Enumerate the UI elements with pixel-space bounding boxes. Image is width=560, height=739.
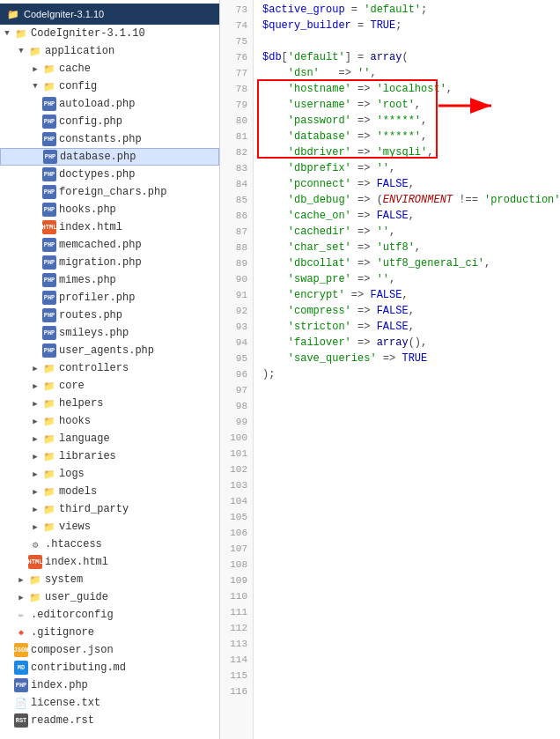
sidebar-item-application[interactable]: application: [0, 42, 219, 60]
sidebar-item-label: logs: [59, 468, 85, 480]
sidebar-item-label: config.php: [59, 115, 122, 128]
sidebar-item-libraries[interactable]: libraries: [0, 447, 219, 465]
line-num: 86: [220, 208, 247, 224]
arrow-icon: [28, 484, 42, 499]
sidebar-item-label: hooks.php: [59, 203, 116, 216]
sidebar-item-hooks-php[interactable]: PHP hooks.php: [0, 201, 219, 218]
sidebar-item-htaccess[interactable]: .htaccess: [0, 536, 219, 553]
sidebar-item-controllers[interactable]: controllers: [0, 359, 219, 377]
sidebar-item-label: system: [45, 573, 83, 586]
folder-icon: [14, 26, 28, 41]
sidebar-item-label: models: [59, 485, 97, 498]
sidebar-item-database[interactable]: PHP database.php: [0, 148, 219, 166]
sidebar-item-config[interactable]: config: [0, 78, 219, 95]
code-line-102: [262, 462, 560, 477]
code-line-95: 'save_queries' => TRUE: [262, 351, 560, 366]
line-num: 77: [220, 65, 247, 81]
sidebar-item-contributing[interactable]: MD contributing.md: [0, 659, 219, 676]
sidebar-item-helpers[interactable]: helpers: [0, 395, 219, 412]
line-num: 92: [220, 303, 247, 319]
file-tree[interactable]: 📁 CodeIgniter-3.1.10 CodeIgniter-3.1.10 …: [0, 0, 220, 739]
sidebar-item-smileys[interactable]: PHP smileys.php: [0, 324, 219, 342]
sidebar-item-routes[interactable]: PHP routes.php: [0, 307, 219, 324]
sidebar-item-language[interactable]: language: [0, 430, 219, 447]
sidebar-item-user-guide[interactable]: user_guide: [0, 588, 219, 606]
code-content[interactable]: $active_group = 'default'; $query_builde…: [254, 0, 560, 739]
line-num: 88: [220, 240, 247, 255]
sidebar-item-label: index.html: [59, 221, 122, 233]
php-icon: PHP: [42, 291, 56, 305]
sidebar-item-cache[interactable]: cache: [0, 60, 219, 78]
sidebar-item-label: user_guide: [45, 591, 108, 603]
sidebar-item-license[interactable]: license.txt: [0, 694, 219, 712]
sidebar-item-models[interactable]: models: [0, 483, 219, 500]
arrow-icon: [28, 449, 42, 463]
sidebar-item-index-html2[interactable]: HTML index.html: [0, 553, 219, 571]
sidebar-item-gitignore[interactable]: .gitignore: [0, 624, 219, 641]
sidebar-item-label: foreign_chars.php: [59, 186, 166, 198]
json-icon: JSON: [14, 643, 28, 657]
sidebar-item-index-html[interactable]: HTML index.html: [0, 218, 219, 236]
sidebar-item-label: license.txt: [31, 697, 100, 709]
folder-icon: [42, 79, 56, 93]
code-line-116: [262, 684, 560, 699]
line-num: 96: [220, 366, 247, 382]
sidebar-item-logs[interactable]: logs: [0, 465, 219, 483]
line-num: 90: [220, 271, 247, 287]
sidebar-item-label: index.html: [45, 556, 108, 568]
sidebar-item-third-party[interactable]: third_party: [0, 500, 219, 518]
code-line-87: 'cachedir' => '',: [262, 224, 560, 240]
line-num: 101: [220, 446, 247, 462]
php-icon: PHP: [42, 326, 56, 340]
sidebar-item-label: routes.php: [59, 309, 122, 321]
sidebar-item-label: database.php: [60, 151, 136, 163]
code-line-101: [262, 446, 560, 462]
sidebar-item-label: contributing.md: [31, 661, 126, 674]
sidebar-item-label: smileys.php: [59, 327, 129, 339]
line-num: 104: [220, 493, 247, 509]
sidebar-item-label: .gitignore: [31, 626, 94, 639]
sidebar-item-config-php[interactable]: PHP config.php: [0, 113, 219, 130]
sidebar-item-memcached[interactable]: PHP memcached.php: [0, 236, 219, 254]
php-icon: PHP: [42, 167, 56, 181]
sidebar-item-label: config: [59, 80, 97, 92]
sidebar-item-label: constants.php: [59, 133, 142, 145]
sidebar-item-doctypes[interactable]: PHP doctypes.php: [0, 166, 219, 183]
sidebar-item-mimes[interactable]: PHP mimes.php: [0, 271, 219, 289]
folder-icon: [42, 449, 56, 463]
code-line-103: [262, 477, 560, 493]
arrow-icon: [28, 432, 42, 446]
arrow-icon: [14, 573, 28, 587]
sidebar-item-index-php2[interactable]: PHP index.php: [0, 676, 219, 694]
sidebar-item-composer[interactable]: JSON composer.json: [0, 641, 219, 659]
line-num: 84: [220, 176, 247, 192]
git-icon: [14, 625, 28, 639]
sidebar-item-autoload[interactable]: PHP autoload.php: [0, 95, 219, 113]
html-icon: HTML: [28, 555, 42, 569]
code-line-76: $db['default'] = array(: [262, 49, 560, 65]
folder-icon: [28, 44, 42, 58]
sidebar-item-foreign[interactable]: PHP foreign_chars.php: [0, 183, 219, 201]
php-icon: PHP: [42, 115, 56, 129]
line-num: 93: [220, 319, 247, 335]
line-num: 113: [220, 636, 247, 652]
arrow-icon: [28, 502, 42, 516]
folder-icon: 📁: [7, 9, 19, 20]
line-num: 95: [220, 351, 247, 366]
arrow-icon: [28, 414, 42, 428]
folder-icon: [28, 590, 42, 604]
sidebar-item-codeigniter[interactable]: CodeIgniter-3.1.10: [0, 25, 219, 42]
sidebar-item-label: autoload.php: [59, 98, 135, 110]
sidebar-item-core[interactable]: core: [0, 377, 219, 395]
sidebar-item-user-agents[interactable]: PHP user_agents.php: [0, 342, 219, 359]
sidebar-item-hooks[interactable]: hooks: [0, 412, 219, 430]
code-line-100: [262, 430, 560, 446]
sidebar-item-constants[interactable]: PHP constants.php: [0, 130, 219, 148]
sidebar-item-system[interactable]: system: [0, 571, 219, 588]
sidebar-item-editorconfig[interactable]: .editorconfig: [0, 606, 219, 624]
sidebar-item-views[interactable]: views: [0, 518, 219, 536]
sidebar-item-readme[interactable]: RST readme.rst: [0, 712, 219, 729]
line-num: 99: [220, 414, 247, 430]
sidebar-item-migration[interactable]: PHP migration.php: [0, 254, 219, 271]
sidebar-item-profiler[interactable]: PHP profiler.php: [0, 289, 219, 307]
